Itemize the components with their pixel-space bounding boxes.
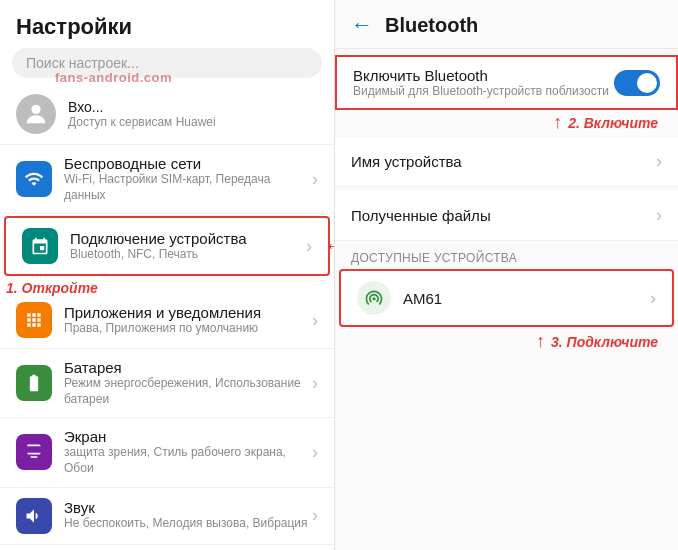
wireless-icon — [16, 161, 52, 197]
device-am61-icon — [357, 281, 391, 315]
sound-sub: Не беспокоить, Мелодия вызова, Вибрация — [64, 516, 308, 532]
sound-text: Звук Не беспокоить, Мелодия вызова, Вибр… — [64, 499, 308, 532]
wireless-sub: Wi-Fi, Настройки SIM-карт, Передача данн… — [64, 172, 308, 203]
available-devices-section: ДОСТУПНЫЕ УСТРОЙСТВА — [335, 241, 678, 269]
received-files-label: Полученные файлы — [351, 207, 652, 224]
screen-icon — [16, 434, 52, 470]
device-am61-chevron: › — [650, 288, 656, 309]
screen-sub: защита зрения, Стиль рабочего экрана, Об… — [64, 445, 308, 476]
search-bar[interactable]: Поиск настроек... — [12, 48, 322, 78]
avatar — [16, 94, 56, 134]
bluetooth-toggle-row[interactable]: Включить Bluetooth Видимый для Bluetooth… — [353, 67, 660, 98]
received-files-item[interactable]: Полученные файлы › — [335, 191, 678, 241]
left-panel: Настройки Поиск настроек... Вхо... Досту… — [0, 0, 335, 550]
svg-point-0 — [31, 105, 40, 114]
apps-title: Приложения и уведомления — [64, 304, 308, 321]
bluetooth-toggle-sub: Видимый для Bluetooth-устройств поблизос… — [353, 84, 609, 98]
user-info: Вхо... Доступ к сервисам Huawei — [68, 99, 216, 129]
settings-list: Беспроводные сети Wi-Fi, Настройки SIM-к… — [0, 145, 334, 550]
chevron-icon-3: › — [312, 310, 318, 331]
battery-sub: Режим энергосбережения, Использование ба… — [64, 376, 308, 407]
bluetooth-toggle-section: Включить Bluetooth Видимый для Bluetooth… — [335, 55, 678, 110]
right-header: ← Bluetooth — [335, 0, 678, 49]
bluetooth-toggle-text: Включить Bluetooth Видимый для Bluetooth… — [353, 67, 609, 98]
arrow-connect-icon: ↑ — [536, 331, 545, 352]
device-name-chevron: › — [656, 151, 662, 172]
device-am61-item[interactable]: AM61 › — [339, 269, 674, 327]
device-name-label: Имя устройства — [351, 153, 652, 170]
right-panel: ← Bluetooth Включить Bluetooth Видимый д… — [335, 0, 678, 550]
annotation-enable: 2. Включите — [568, 115, 658, 131]
device-connect-icon — [22, 228, 58, 264]
settings-item-sound[interactable]: Звук Не беспокоить, Мелодия вызова, Вибр… — [0, 488, 334, 545]
arrow-to-open: ← — [324, 233, 334, 259]
settings-item-device-connect[interactable]: Подключение устройства Bluetooth, NFC, П… — [4, 216, 330, 276]
device-am61-name: AM61 — [403, 290, 646, 307]
settings-item-wireless[interactable]: Беспроводные сети Wi-Fi, Настройки SIM-к… — [0, 145, 334, 214]
device-connect-sub: Bluetooth, NFC, Печать — [70, 247, 302, 263]
settings-item-storage[interactable]: Память Память, Очистка памяти › — [0, 545, 334, 550]
chevron-icon-6: › — [312, 505, 318, 526]
screen-title: Экран — [64, 428, 308, 445]
chevron-icon-5: › — [312, 442, 318, 463]
device-connect-text: Подключение устройства Bluetooth, NFC, П… — [70, 230, 302, 263]
annotation-3-row: ↑ 3. Подключите — [335, 327, 678, 352]
settings-item-battery[interactable]: Батарея Режим энергосбережения, Использо… — [0, 349, 334, 418]
sound-title: Звук — [64, 499, 308, 516]
device-name-item[interactable]: Имя устройства › — [335, 137, 678, 187]
sound-icon — [16, 498, 52, 534]
apps-text: Приложения и уведомления Права, Приложен… — [64, 304, 308, 337]
right-panel-title: Bluetooth — [385, 14, 478, 37]
search-placeholder: Поиск настроек... — [26, 55, 139, 71]
annotation-2-row: ↑ 2. Включите — [335, 110, 678, 133]
battery-text: Батарея Режим энергосбережения, Использо… — [64, 359, 308, 407]
screen-text: Экран защита зрения, Стиль рабочего экра… — [64, 428, 308, 476]
chevron-icon-2: › — [306, 236, 312, 257]
battery-title: Батарея — [64, 359, 308, 376]
chevron-icon-4: › — [312, 373, 318, 394]
battery-icon — [16, 365, 52, 401]
wireless-title: Беспроводные сети — [64, 155, 308, 172]
arrow-enable-icon: ↑ — [553, 112, 562, 133]
user-sub: Доступ к сервисам Huawei — [68, 115, 216, 129]
device-connect-title: Подключение устройства — [70, 230, 302, 247]
wireless-text: Беспроводные сети Wi-Fi, Настройки SIM-к… — [64, 155, 308, 203]
user-name: Вхо... — [68, 99, 216, 115]
back-button[interactable]: ← — [351, 12, 373, 38]
settings-item-screen[interactable]: Экран защита зрения, Стиль рабочего экра… — [0, 418, 334, 487]
bluetooth-toggle-switch[interactable] — [614, 70, 660, 96]
received-files-chevron: › — [656, 205, 662, 226]
settings-title: Настройки — [0, 0, 334, 48]
annotation-connect: 3. Подключите — [551, 334, 658, 350]
user-row[interactable]: Вхо... Доступ к сервисам Huawei — [0, 86, 334, 145]
settings-item-apps[interactable]: Приложения и уведомления Права, Приложен… — [0, 292, 334, 349]
apps-icon — [16, 302, 52, 338]
bluetooth-toggle-label: Включить Bluetooth — [353, 67, 609, 84]
chevron-icon: › — [312, 169, 318, 190]
apps-sub: Права, Приложения по умолчанию — [64, 321, 308, 337]
